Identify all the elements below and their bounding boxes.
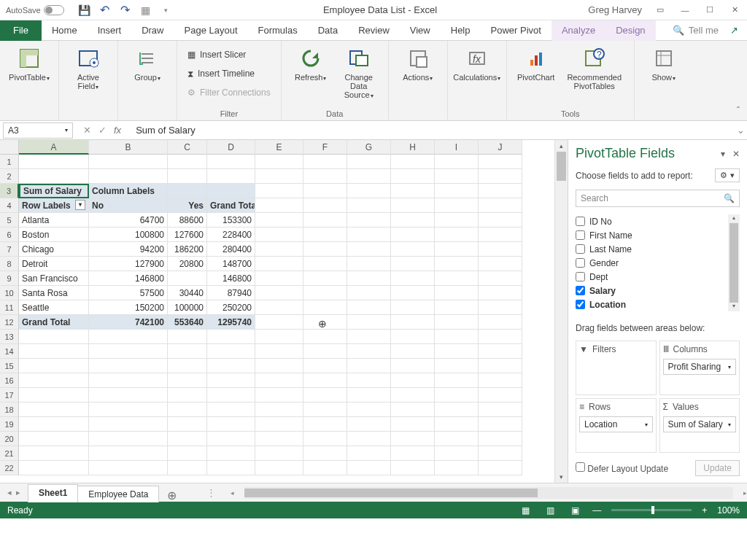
- cell[interactable]: [479, 315, 522, 330]
- cell[interactable]: [168, 359, 207, 373]
- tab-file[interactable]: File: [0, 20, 42, 41]
- cell[interactable]: [391, 213, 435, 228]
- cell[interactable]: [303, 344, 347, 359]
- cell[interactable]: [255, 300, 303, 315]
- cell[interactable]: [479, 242, 522, 257]
- row-header[interactable]: 21: [0, 446, 19, 461]
- cell[interactable]: [479, 169, 522, 184]
- name-box[interactable]: A3▾: [3, 122, 73, 139]
- cell[interactable]: [303, 417, 347, 432]
- row-header[interactable]: 11: [0, 300, 19, 315]
- cell[interactable]: [391, 402, 435, 417]
- cell[interactable]: [168, 344, 207, 359]
- cell[interactable]: 250200: [207, 300, 255, 315]
- column-header[interactable]: A: [19, 140, 89, 155]
- cell[interactable]: [347, 169, 391, 184]
- cell[interactable]: [435, 388, 479, 402]
- cell[interactable]: [347, 461, 391, 475]
- cell[interactable]: [479, 373, 522, 388]
- rows-field[interactable]: Location▾: [579, 416, 653, 432]
- user-name[interactable]: Greg Harvey: [588, 4, 642, 15]
- cell[interactable]: [435, 344, 479, 359]
- cell[interactable]: [255, 446, 303, 461]
- cell[interactable]: [479, 155, 522, 169]
- row-header[interactable]: 16: [0, 373, 19, 388]
- cell[interactable]: [89, 155, 168, 169]
- row-header[interactable]: 13: [0, 330, 19, 344]
- cell[interactable]: Atlanta: [19, 213, 89, 228]
- cell[interactable]: 100800: [89, 228, 168, 242]
- cell[interactable]: [479, 228, 522, 242]
- qat-icon[interactable]: ▦: [140, 4, 152, 16]
- cell[interactable]: 1295740: [207, 315, 255, 330]
- row-header[interactable]: 20: [0, 432, 19, 446]
- row-header[interactable]: 22: [0, 461, 19, 475]
- cell[interactable]: [303, 184, 347, 198]
- fx-icon[interactable]: fx: [114, 125, 121, 136]
- undo-icon[interactable]: ↶: [99, 4, 111, 16]
- change-data-source-button[interactable]: Change Data Source▾: [337, 44, 381, 99]
- cell[interactable]: 57500: [89, 286, 168, 300]
- cell[interactable]: [347, 330, 391, 344]
- cell[interactable]: [479, 213, 522, 228]
- cell[interactable]: 228400: [207, 228, 255, 242]
- tab-design[interactable]: Design: [605, 20, 655, 41]
- cell[interactable]: [168, 330, 207, 344]
- cell[interactable]: [89, 359, 168, 373]
- cell[interactable]: [435, 373, 479, 388]
- cell[interactable]: [435, 198, 479, 213]
- cell[interactable]: [207, 432, 255, 446]
- sheet-nav-prev-icon[interactable]: ◂: [7, 488, 12, 497]
- cell[interactable]: [19, 402, 89, 417]
- cell[interactable]: 150200: [89, 300, 168, 315]
- cell[interactable]: [89, 402, 168, 417]
- row-header[interactable]: 7: [0, 242, 19, 257]
- row-header[interactable]: 10: [0, 286, 19, 300]
- cell[interactable]: Yes: [168, 198, 207, 213]
- cell[interactable]: [347, 402, 391, 417]
- cell[interactable]: [479, 432, 522, 446]
- cell[interactable]: [207, 402, 255, 417]
- cell[interactable]: [391, 242, 435, 257]
- page-break-view-icon[interactable]: ▣: [568, 505, 582, 516]
- pane-menu-icon[interactable]: ▾: [721, 149, 725, 159]
- cell[interactable]: [168, 373, 207, 388]
- cell[interactable]: [89, 388, 168, 402]
- cell[interactable]: [347, 373, 391, 388]
- collapse-ribbon-icon[interactable]: ˆ: [737, 106, 740, 116]
- cell[interactable]: [435, 213, 479, 228]
- cell[interactable]: [391, 446, 435, 461]
- cell[interactable]: [89, 169, 168, 184]
- zoom-slider[interactable]: [611, 509, 692, 511]
- row-header[interactable]: 2: [0, 169, 19, 184]
- cell[interactable]: [303, 446, 347, 461]
- row-header[interactable]: 17: [0, 388, 19, 402]
- cell[interactable]: [435, 446, 479, 461]
- tab-review[interactable]: Review: [348, 20, 400, 41]
- cell[interactable]: [391, 330, 435, 344]
- cell[interactable]: [391, 432, 435, 446]
- cell[interactable]: 148700: [207, 257, 255, 271]
- cell[interactable]: [435, 315, 479, 330]
- page-layout-view-icon[interactable]: ▥: [543, 505, 557, 516]
- cell[interactable]: [347, 228, 391, 242]
- cell[interactable]: [435, 359, 479, 373]
- cell[interactable]: San Francisco: [19, 271, 89, 286]
- row-header[interactable]: 19: [0, 417, 19, 432]
- cell[interactable]: [303, 461, 347, 475]
- cell[interactable]: [391, 184, 435, 198]
- cell[interactable]: [168, 388, 207, 402]
- cell[interactable]: [347, 198, 391, 213]
- normal-view-icon[interactable]: ▦: [518, 505, 533, 516]
- row-header[interactable]: 3: [0, 184, 19, 198]
- cell[interactable]: [435, 432, 479, 446]
- cell[interactable]: [255, 242, 303, 257]
- group-button[interactable]: Group▾: [125, 44, 169, 82]
- cell[interactable]: [347, 432, 391, 446]
- cell[interactable]: [479, 388, 522, 402]
- select-all-corner[interactable]: [0, 140, 19, 155]
- cell[interactable]: 146800: [89, 271, 168, 286]
- column-header[interactable]: G: [347, 140, 391, 155]
- cell[interactable]: [89, 373, 168, 388]
- cell[interactable]: [19, 359, 89, 373]
